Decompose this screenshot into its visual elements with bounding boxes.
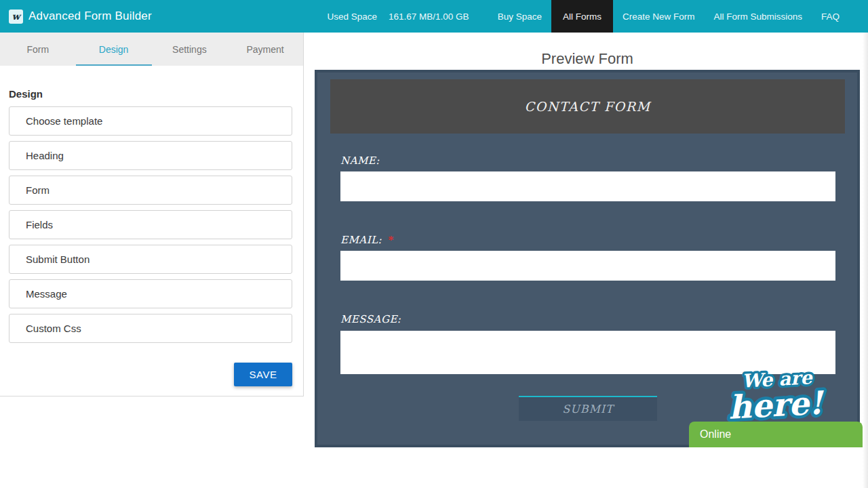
we-are-here-sticker: We are here! bbox=[714, 360, 840, 430]
email-field-label: EMAIL: * bbox=[340, 234, 835, 246]
design-section-title: Design bbox=[9, 88, 303, 100]
online-status-label: Online bbox=[700, 428, 731, 441]
topbar: w Advanced Form Builder Used Space 161.6… bbox=[0, 0, 868, 33]
save-row: SAVE bbox=[0, 363, 292, 386]
builder-tabs: Form Design Settings Payment bbox=[0, 33, 303, 66]
email-input[interactable] bbox=[340, 251, 835, 281]
preview-title: Preview Form bbox=[315, 50, 860, 68]
email-label-text: EMAIL: bbox=[340, 234, 382, 246]
name-input[interactable] bbox=[340, 171, 835, 201]
nav-buy-space[interactable]: Buy Space bbox=[488, 0, 551, 33]
page-scrollbar-track[interactable] bbox=[863, 33, 868, 488]
nav-faq[interactable]: FAQ bbox=[812, 0, 849, 33]
message-field-label: MESSAGE: bbox=[340, 313, 835, 325]
tab-design[interactable]: Design bbox=[76, 33, 152, 66]
app-logo-letter: w bbox=[12, 11, 20, 22]
save-button[interactable]: SAVE bbox=[234, 363, 292, 386]
tab-payment[interactable]: Payment bbox=[227, 33, 303, 66]
submit-button[interactable]: SUBMIT bbox=[519, 396, 657, 421]
nav-create-new-form[interactable]: Create New Form bbox=[613, 0, 705, 33]
chat-online-bar[interactable]: Online bbox=[689, 422, 863, 447]
used-space-stats: Used Space 161.67 MB/1.00 GB bbox=[328, 12, 469, 22]
nav-all-form-submissions[interactable]: All Form Submissions bbox=[704, 0, 812, 33]
accordion-item-fields[interactable]: Fields bbox=[9, 210, 292, 239]
name-label-text: NAME: bbox=[340, 155, 380, 167]
message-label-text: MESSAGE: bbox=[340, 313, 401, 325]
app-title: Advanced Form Builder bbox=[28, 9, 152, 23]
form-header: CONTACT FORM bbox=[330, 79, 845, 134]
accordion-item-submit-button[interactable]: Submit Button bbox=[9, 245, 292, 274]
sticker-line2: here! bbox=[728, 384, 826, 426]
used-space-label: Used Space bbox=[328, 12, 378, 22]
accordion-item-custom-css[interactable]: Custom Css bbox=[9, 314, 292, 343]
tab-settings[interactable]: Settings bbox=[152, 33, 228, 66]
topbar-menu: Used Space 161.67 MB/1.00 GB Buy Space A… bbox=[328, 0, 868, 33]
accordion-item-message[interactable]: Message bbox=[9, 279, 292, 308]
accordion-item-form[interactable]: Form bbox=[9, 176, 292, 205]
name-field-label: NAME: bbox=[340, 155, 835, 167]
tab-form[interactable]: Form bbox=[0, 33, 76, 66]
used-space-value: 161.67 MB/1.00 GB bbox=[389, 12, 469, 22]
form-heading-text: CONTACT FORM bbox=[525, 99, 651, 114]
accordion-item-choose-template[interactable]: Choose template bbox=[9, 106, 292, 136]
accordion-item-heading[interactable]: Heading bbox=[9, 141, 292, 170]
nav-all-forms[interactable]: All Forms bbox=[551, 0, 613, 33]
design-accordion: Choose template Heading Form Fields Subm… bbox=[9, 106, 292, 343]
app-logo-icon: w bbox=[9, 9, 23, 24]
builder-panel: Form Design Settings Payment Design Choo… bbox=[0, 33, 304, 396]
required-asterisk: * bbox=[388, 234, 393, 246]
